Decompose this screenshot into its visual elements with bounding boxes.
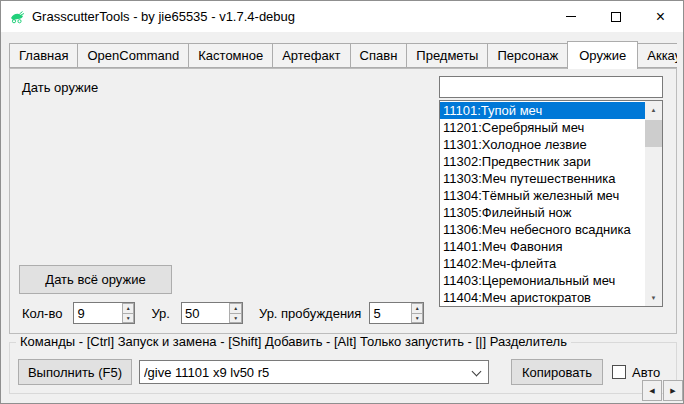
tab-scroll-right-button[interactable]: ▶ xyxy=(663,380,683,401)
refinement-label: Ур. пробуждения xyxy=(259,306,361,321)
list-item[interactable]: 11402:Меч-флейта xyxy=(440,255,645,272)
tab[interactable]: Спавн xyxy=(350,43,408,68)
level-label: Ур. xyxy=(151,306,170,321)
tab-label: Спавн xyxy=(360,48,398,63)
level-input[interactable] xyxy=(182,303,230,323)
command-combobox xyxy=(139,360,489,384)
minimize-icon xyxy=(566,16,576,17)
close-icon: × xyxy=(656,9,665,25)
list-item[interactable]: 11301:Холодное лезвие xyxy=(440,136,645,153)
caption-buttons: × xyxy=(548,1,683,32)
down-arrow-icon: ▼ xyxy=(126,315,131,321)
command-row: Выполнить (F5) Копировать Авто xyxy=(18,359,668,385)
quantity-input[interactable] xyxy=(74,303,122,323)
tab[interactable]: Оружие xyxy=(567,41,638,69)
up-arrow-icon: ▲ xyxy=(233,305,238,311)
auto-checkbox-label: Авто xyxy=(632,365,660,380)
copy-button[interactable]: Копировать xyxy=(511,359,603,385)
list-item[interactable]: 11304:Тёмный железный меч xyxy=(440,187,645,204)
tab-label: Артефакт xyxy=(282,48,340,63)
tab[interactable]: Главная xyxy=(9,43,78,68)
tab[interactable]: Предметы xyxy=(406,43,488,68)
tab-label: Аккаунт xyxy=(647,48,677,63)
commands-group-title: Команды - [Ctrl] Запуск и замена - [Shif… xyxy=(16,334,571,349)
list-item[interactable]: 11201:Серебряный меч xyxy=(440,119,645,136)
down-arrow-icon: ▼ xyxy=(233,315,238,321)
tab[interactable]: Персонаж xyxy=(487,43,568,68)
weapon-listbox: 11101:Тупой меч 11201:Серебряный меч 113… xyxy=(439,100,663,307)
quantity-label: Кол-во xyxy=(22,306,62,321)
scrollbar-down-button[interactable]: ▼ xyxy=(645,289,662,306)
maximize-button[interactable] xyxy=(593,1,638,32)
refinement-input[interactable] xyxy=(370,303,411,323)
list-item[interactable]: 11305:Филейный нож xyxy=(440,204,645,221)
level-stepper: ▲ ▼ xyxy=(181,302,243,324)
refinement-down-button[interactable]: ▼ xyxy=(411,313,423,324)
tab-label: Предметы xyxy=(416,48,478,63)
down-arrow-icon: ▼ xyxy=(415,315,420,321)
scrollbar-track[interactable] xyxy=(645,118,662,289)
left-arrow-icon: ◀ xyxy=(649,387,654,395)
list-item[interactable]: 11306:Меч небесного всадника xyxy=(440,221,645,238)
tab-label: Кастомное xyxy=(198,48,263,63)
window-title: GrasscutterTools - by jie65535 - v1.7.4-… xyxy=(32,9,295,24)
weapon-tab-page: Дать оружие 11101:Тупой меч 11201:Серебр… xyxy=(9,68,677,334)
tab[interactable]: Аккаунт xyxy=(637,43,677,68)
tab[interactable]: Артефакт xyxy=(272,43,350,68)
up-arrow-icon: ▲ xyxy=(651,107,657,113)
close-button[interactable]: × xyxy=(638,1,683,32)
auto-checkbox[interactable] xyxy=(612,365,626,379)
list-item[interactable]: 11404:Меч аристократов xyxy=(440,289,645,306)
commands-groupbox: Команды - [Ctrl] Запуск и замена - [Shif… xyxy=(9,342,677,394)
tab-scroll-buttons: ◀ ▶ xyxy=(642,380,683,401)
up-arrow-icon: ▲ xyxy=(415,305,420,311)
scrollbar-thumb[interactable] xyxy=(645,120,662,147)
list-scrollbar[interactable]: ▲ ▼ xyxy=(645,101,662,306)
refinement-stepper: ▲ ▼ xyxy=(369,302,424,324)
level-down-button[interactable]: ▼ xyxy=(229,313,242,324)
list-item[interactable]: 11403:Церемониальный меч xyxy=(440,272,645,289)
down-arrow-icon: ▼ xyxy=(651,295,657,301)
app-window: GrasscutterTools - by jie65535 - v1.7.4-… xyxy=(0,0,684,404)
tab[interactable]: Кастомное xyxy=(188,43,273,68)
minimize-button[interactable] xyxy=(548,1,593,32)
weapon-params-row: Кол-во ▲ ▼ Ур. ▲ ▼ Ур. пробуждения xyxy=(22,302,424,324)
weapon-list[interactable]: 11101:Тупой меч 11201:Серебряный меч 113… xyxy=(440,101,645,306)
title-bar: GrasscutterTools - by jie65535 - v1.7.4-… xyxy=(1,1,683,32)
maximize-icon xyxy=(611,12,621,22)
list-item[interactable]: 11303:Меч путешественника xyxy=(440,170,645,187)
up-arrow-icon: ▲ xyxy=(126,305,131,311)
list-item[interactable]: 11302:Предвестник зари xyxy=(440,153,645,170)
right-arrow-icon: ▶ xyxy=(670,387,675,395)
tab[interactable]: OpenCommand xyxy=(77,43,189,68)
execute-button[interactable]: Выполнить (F5) xyxy=(18,359,132,385)
tab-label: Оружие xyxy=(579,48,626,63)
list-item[interactable]: 11101:Тупой меч xyxy=(440,102,645,119)
command-input[interactable] xyxy=(140,361,488,383)
quantity-stepper: ▲ ▼ xyxy=(73,302,135,324)
tab-label: Главная xyxy=(19,48,68,63)
weapon-search-input[interactable] xyxy=(439,76,663,98)
app-logo-icon xyxy=(9,9,25,25)
tab-bar: Главная OpenCommand Кастомное Артефакт С… xyxy=(9,41,677,69)
give-all-weapons-button[interactable]: Дать всё оружие xyxy=(19,265,172,294)
tab-scroll-left-button[interactable]: ◀ xyxy=(642,380,662,401)
give-weapon-label: Дать оружие xyxy=(22,80,98,95)
quantity-down-button[interactable]: ▼ xyxy=(122,313,135,324)
scrollbar-up-button[interactable]: ▲ xyxy=(645,101,662,118)
tab-label: OpenCommand xyxy=(87,48,179,63)
tab-label: Персонаж xyxy=(497,48,558,63)
list-item[interactable]: 11401:Меч Фавония xyxy=(440,238,645,255)
